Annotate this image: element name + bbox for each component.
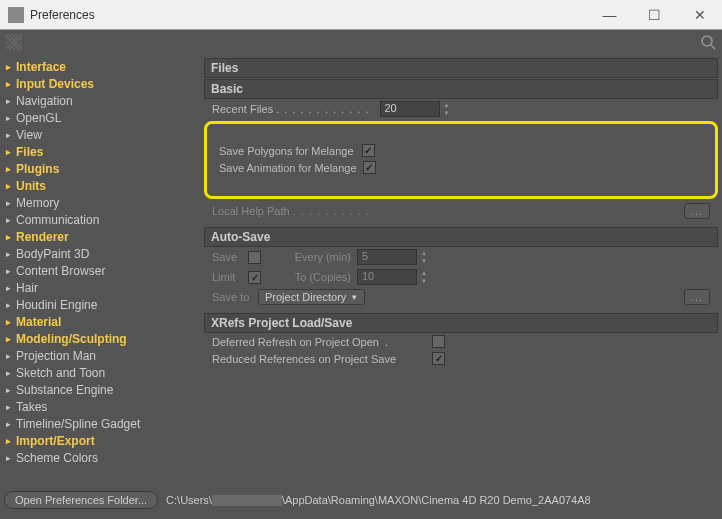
open-prefs-folder-button[interactable]: Open Preferences Folder... <box>4 491 158 509</box>
sidebar-item-renderer[interactable]: ▸Renderer <box>2 228 198 245</box>
sidebar-item-material[interactable]: ▸Material <box>2 313 198 330</box>
chevron-right-icon: ▸ <box>6 436 16 446</box>
sidebar-item-label: Houdini Engine <box>16 298 97 312</box>
sidebar-item-label: Renderer <box>16 230 69 244</box>
sidebar-item-label: Timeline/Spline Gadget <box>16 417 140 431</box>
xrefs-deferred-checkbox[interactable] <box>432 335 445 348</box>
spinner-up-icon[interactable]: ▲ <box>419 269 429 277</box>
toolbar <box>0 30 722 54</box>
prefs-path: C:\Users\\AppData\Roaming\MAXON\Cinema 4… <box>166 494 591 507</box>
sidebar-item-sketch-and-toon[interactable]: ▸Sketch and Toon <box>2 364 198 381</box>
sidebar-item-units[interactable]: ▸Units <box>2 177 198 194</box>
browse-button[interactable]: ... <box>684 203 710 219</box>
recent-files-label: Recent Files . . . . . . . . . . . . <box>212 103 380 115</box>
autosave-header: Auto-Save <box>204 227 718 247</box>
chevron-right-icon: ▸ <box>6 113 16 123</box>
spinner-down-icon[interactable]: ▼ <box>419 257 429 265</box>
sidebar-item-communication[interactable]: ▸Communication <box>2 211 198 228</box>
sidebar-item-navigation[interactable]: ▸Navigation <box>2 92 198 109</box>
local-help-label: Local Help Path . . . . . . . . . . <box>212 205 370 217</box>
minimize-button[interactable]: — <box>587 0 632 30</box>
autosave-limit-row: Limit To (Copies) 10 ▲▼ <box>204 267 718 287</box>
sidebar-item-label: Projection Man <box>16 349 96 363</box>
chevron-right-icon: ▸ <box>6 181 16 191</box>
sidebar-item-scheme-colors[interactable]: ▸Scheme Colors <box>2 449 198 466</box>
save-polygons-checkbox[interactable] <box>362 144 375 157</box>
autosave-to-label: To (Copies) <box>281 271 351 283</box>
sidebar-item-hair[interactable]: ▸Hair <box>2 279 198 296</box>
sidebar-item-label: Input Devices <box>16 77 94 91</box>
xrefs-deferred-label: Deferred Refresh on Project Open . <box>212 336 432 348</box>
sidebar-item-bodypaint-3d[interactable]: ▸BodyPaint 3D <box>2 245 198 262</box>
sidebar-item-label: Memory <box>16 196 59 210</box>
xrefs-header: XRefs Project Load/Save <box>204 313 718 333</box>
sidebar-item-opengl[interactable]: ▸OpenGL <box>2 109 198 126</box>
close-button[interactable]: ✕ <box>677 0 722 30</box>
maximize-button[interactable]: ☐ <box>632 0 677 30</box>
autosave-saveto-label: Save to <box>212 291 258 303</box>
save-animation-checkbox[interactable] <box>363 161 376 174</box>
sidebar-item-label: Takes <box>16 400 47 414</box>
spinner-up-icon[interactable]: ▲ <box>419 249 429 257</box>
recent-files-input[interactable]: 20 <box>380 101 440 117</box>
sidebar-item-label: Material <box>16 315 61 329</box>
search-icon[interactable] <box>700 34 716 50</box>
chevron-right-icon: ▸ <box>6 283 16 293</box>
sidebar-item-label: Substance Engine <box>16 383 113 397</box>
chevron-right-icon: ▸ <box>6 402 16 412</box>
xrefs-deferred-row: Deferred Refresh on Project Open . <box>204 333 718 350</box>
chevron-right-icon: ▸ <box>6 198 16 208</box>
sidebar-item-memory[interactable]: ▸Memory <box>2 194 198 211</box>
sidebar-item-content-browser[interactable]: ▸Content Browser <box>2 262 198 279</box>
sidebar-item-import-export[interactable]: ▸Import/Export <box>2 432 198 449</box>
autosave-save-row: Save Every (min) 5 ▲▼ <box>204 247 718 267</box>
local-help-row: Local Help Path . . . . . . . . . . ... <box>204 201 718 221</box>
chevron-right-icon: ▸ <box>6 419 16 429</box>
autosave-limit-checkbox[interactable] <box>248 271 261 284</box>
window-titlebar: Preferences — ☐ ✕ <box>0 0 722 30</box>
chevron-down-icon: ▼ <box>350 293 358 302</box>
backup-copies-row: Backup Copies <box>211 126 711 142</box>
chevron-right-icon: ▸ <box>6 300 16 310</box>
sidebar-item-interface[interactable]: ▸Interface <box>2 58 198 75</box>
svg-line-1 <box>711 45 715 49</box>
sidebar-item-input-devices[interactable]: ▸Input Devices <box>2 75 198 92</box>
sidebar-item-label: Plugins <box>16 162 59 176</box>
autosave-saveto-row: Save to Project Directory▼ ... <box>204 287 718 307</box>
sidebar-item-houdini-engine[interactable]: ▸Houdini Engine <box>2 296 198 313</box>
sidebar-item-substance-engine[interactable]: ▸Substance Engine <box>2 381 198 398</box>
autosave-saveto-dropdown[interactable]: Project Directory▼ <box>258 289 365 305</box>
chevron-right-icon: ▸ <box>6 232 16 242</box>
chevron-right-icon: ▸ <box>6 317 16 327</box>
autosave-browse-button[interactable]: ... <box>684 289 710 305</box>
xrefs-reduced-checkbox[interactable] <box>432 352 445 365</box>
sidebar-item-label: Interface <box>16 60 66 74</box>
sidebar-item-projection-man[interactable]: ▸Projection Man <box>2 347 198 364</box>
sidebar-item-label: Scheme Colors <box>16 451 98 465</box>
spinner-down-icon[interactable]: ▼ <box>419 277 429 285</box>
sidebar-item-timeline-spline-gadget[interactable]: ▸Timeline/Spline Gadget <box>2 415 198 432</box>
sidebar-item-view[interactable]: ▸View <box>2 126 198 143</box>
chevron-right-icon: ▸ <box>6 266 16 276</box>
save-polygons-label: Save Polygons for Melange <box>219 145 354 157</box>
sidebar-item-label: Modeling/Sculpting <box>16 332 127 346</box>
sidebar-item-label: BodyPaint 3D <box>16 247 89 261</box>
redacted-username <box>212 495 282 506</box>
chevron-right-icon: ▸ <box>6 385 16 395</box>
autosave-save-label: Save <box>212 251 248 263</box>
chevron-right-icon: ▸ <box>6 96 16 106</box>
spinner-down-icon[interactable]: ▼ <box>442 109 452 117</box>
chevron-right-icon: ▸ <box>6 249 16 259</box>
autosave-every-input[interactable]: 5 <box>357 249 417 265</box>
window-title: Preferences <box>30 8 587 22</box>
sidebar-item-modeling-sculpting[interactable]: ▸Modeling/Sculpting <box>2 330 198 347</box>
chevron-right-icon: ▸ <box>6 62 16 72</box>
spinner-up-icon[interactable]: ▲ <box>442 101 452 109</box>
sidebar-item-plugins[interactable]: ▸Plugins <box>2 160 198 177</box>
autosave-to-input[interactable]: 10 <box>357 269 417 285</box>
sidebar-item-files[interactable]: ▸Files <box>2 143 198 160</box>
autosave-save-checkbox[interactable] <box>248 251 261 264</box>
sidebar-item-takes[interactable]: ▸Takes <box>2 398 198 415</box>
highlight-box: Backup Copies Save Polygons for Melange … <box>204 121 718 199</box>
chevron-right-icon: ▸ <box>6 368 16 378</box>
